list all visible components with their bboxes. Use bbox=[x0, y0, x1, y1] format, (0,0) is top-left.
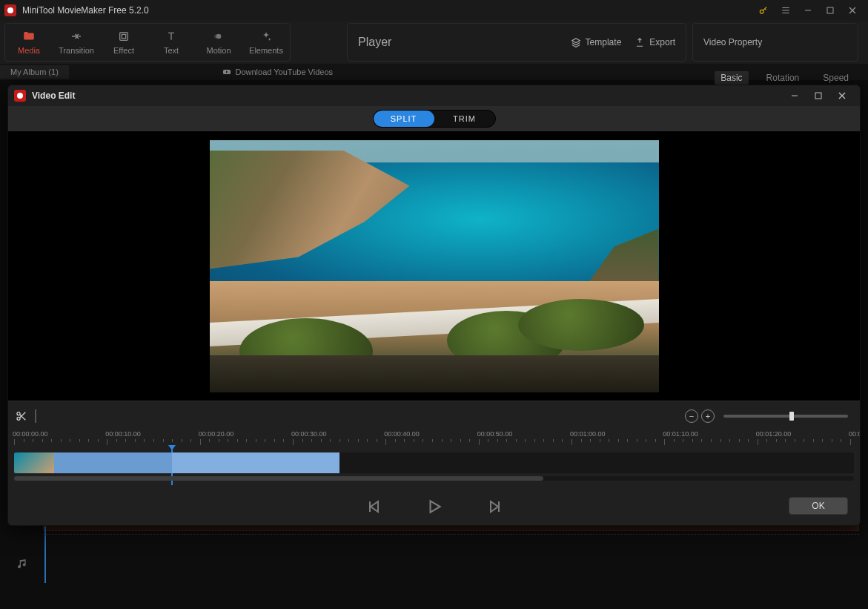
video-property-panel: Video Property bbox=[692, 23, 858, 62]
youtube-icon bbox=[222, 68, 231, 76]
export-icon bbox=[635, 37, 645, 47]
step-back-button[interactable] bbox=[365, 498, 383, 516]
tab-transition-label: Transition bbox=[59, 46, 94, 55]
dialog-title-bar: Video Edit bbox=[8, 85, 860, 106]
album-tab[interactable]: My Album (1) bbox=[0, 65, 69, 79]
close-button[interactable] bbox=[841, 0, 864, 21]
video-property-label: Video Property bbox=[703, 37, 762, 47]
sparkle-icon bbox=[259, 30, 273, 43]
mode-toggle: SPLIT TRIM bbox=[373, 110, 496, 128]
timeline-ruler[interactable]: 00:00:00.0000:00:10.0000:00:20.0000:00:3… bbox=[14, 430, 854, 452]
app-title: MiniTool MovieMaker Free 5.2.0 bbox=[22, 5, 149, 16]
folder-icon bbox=[22, 30, 36, 43]
dialog-maximize-button[interactable] bbox=[806, 86, 830, 105]
main-toolbar: Media Transition Effect Text Motion bbox=[0, 21, 868, 64]
dialog-minimize-button[interactable] bbox=[783, 86, 806, 105]
ruler-label: 00:00:10.00 bbox=[105, 430, 141, 438]
player-panel: Player Template Export bbox=[347, 23, 686, 62]
separator bbox=[35, 409, 36, 423]
svg-point-0 bbox=[760, 10, 763, 13]
ruler-label: 00:00:20.00 bbox=[199, 430, 234, 438]
ruler-label: 00:01:00.00 bbox=[570, 430, 606, 438]
clip-row[interactable] bbox=[14, 452, 854, 473]
play-button[interactable] bbox=[425, 497, 444, 516]
export-label: Export bbox=[649, 37, 675, 47]
clip-thumbnail[interactable] bbox=[14, 452, 54, 473]
tab-text-label: Text bbox=[164, 46, 179, 55]
property-tabs: Basic Rotation Speed bbox=[715, 71, 855, 85]
tab-text[interactable]: Text bbox=[148, 24, 195, 61]
dialog-title: Video Edit bbox=[32, 90, 75, 101]
ruler-label: 00:01:20.00 bbox=[756, 430, 792, 438]
step-forward-button[interactable] bbox=[486, 498, 503, 516]
zoom-slider-handle[interactable] bbox=[789, 412, 794, 421]
dialog-close-button[interactable] bbox=[830, 86, 854, 105]
tab-elements[interactable]: Elements bbox=[242, 24, 290, 61]
zoom-in-button[interactable]: + bbox=[701, 409, 715, 423]
ruler-label: 00:01:10.00 bbox=[663, 430, 698, 438]
scissors-button[interactable] bbox=[13, 410, 30, 422]
mode-trim[interactable]: TRIM bbox=[434, 111, 495, 127]
mode-split[interactable]: SPLIT bbox=[374, 111, 434, 127]
ruler-label: 00:00:30.00 bbox=[291, 430, 327, 438]
tab-transition[interactable]: Transition bbox=[53, 24, 100, 61]
template-button[interactable]: Template bbox=[571, 37, 622, 47]
svg-point-9 bbox=[17, 417, 20, 420]
download-youtube-label: Download YouTube Videos bbox=[236, 68, 334, 76]
ruler-label: 00:00:50.00 bbox=[477, 430, 513, 438]
video-edit-dialog: Video Edit SPLIT TRIM − bbox=[7, 85, 861, 526]
export-button[interactable]: Export bbox=[635, 37, 675, 47]
preview-frame bbox=[210, 140, 659, 392]
clip-segment-after-playhead[interactable] bbox=[172, 452, 339, 473]
tab-media[interactable]: Media bbox=[5, 24, 53, 61]
timeline-scrollbar[interactable] bbox=[14, 476, 854, 481]
tab-panel-left: Media Transition Effect Text Motion bbox=[4, 23, 291, 62]
svg-rect-2 bbox=[120, 33, 128, 41]
tab-effect-label: Effect bbox=[113, 46, 134, 55]
activate-key-button[interactable] bbox=[752, 0, 775, 21]
ok-button[interactable]: OK bbox=[789, 497, 848, 515]
tab-elements-label: Elements bbox=[249, 46, 283, 55]
tab-motion[interactable]: Motion bbox=[195, 24, 242, 61]
layers-icon bbox=[571, 37, 581, 47]
ruler-label: 00:00:00.00 bbox=[13, 430, 48, 438]
zoom-out-button[interactable]: − bbox=[685, 409, 698, 423]
app-icon bbox=[4, 4, 16, 16]
edit-controls-bar: − + bbox=[8, 401, 860, 430]
svg-point-8 bbox=[17, 412, 20, 415]
mode-bar: SPLIT TRIM bbox=[8, 106, 860, 131]
play-bar: OK bbox=[8, 488, 860, 525]
divider bbox=[43, 534, 859, 535]
tab-effect[interactable]: Effect bbox=[100, 24, 148, 61]
svg-rect-1 bbox=[827, 7, 833, 13]
text-icon bbox=[165, 30, 178, 43]
player-label: Player bbox=[358, 36, 391, 49]
dialog-icon bbox=[14, 90, 26, 102]
timeline-scrollbar-thumb[interactable] bbox=[14, 476, 543, 481]
svg-rect-7 bbox=[815, 93, 821, 99]
tab-media-label: Media bbox=[18, 46, 40, 55]
template-label: Template bbox=[586, 37, 622, 47]
main-title-bar: MiniTool MovieMaker Free 5.2.0 bbox=[0, 0, 868, 21]
motion-icon bbox=[212, 30, 225, 43]
ruler-label: 00:01 bbox=[849, 430, 861, 438]
tab-speed[interactable]: Speed bbox=[817, 71, 855, 85]
svg-rect-3 bbox=[122, 34, 125, 38]
zoom-slider[interactable] bbox=[723, 415, 848, 418]
download-youtube-button[interactable]: Download YouTube Videos bbox=[222, 68, 344, 76]
tab-rotation[interactable]: Rotation bbox=[761, 71, 806, 85]
edit-timeline: 00:00:00.0000:00:10.0000:00:20.0000:00:3… bbox=[8, 430, 860, 488]
minimize-button[interactable] bbox=[797, 0, 819, 21]
svg-point-5 bbox=[214, 34, 218, 38]
transition-icon bbox=[70, 30, 83, 43]
maximize-button[interactable] bbox=[819, 0, 841, 21]
video-preview bbox=[8, 131, 860, 401]
hamburger-menu-button[interactable] bbox=[775, 0, 797, 21]
tab-motion-label: Motion bbox=[206, 46, 231, 55]
clip-segment-before-playhead[interactable] bbox=[54, 452, 172, 473]
ruler-label: 00:00:40.00 bbox=[384, 430, 420, 438]
effect-icon bbox=[117, 30, 130, 43]
music-track-icon bbox=[13, 555, 31, 573]
tab-basic[interactable]: Basic bbox=[715, 71, 748, 85]
